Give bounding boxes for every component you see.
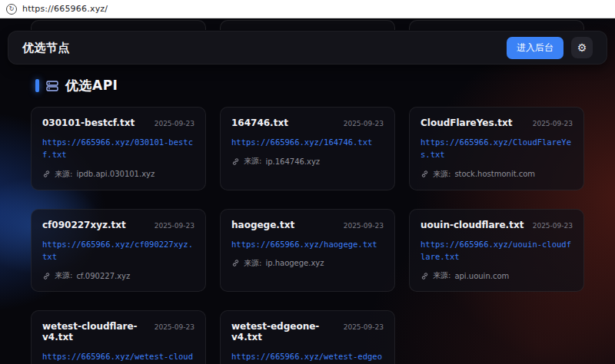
- file-source-row: 来源: cf.090227.xyz: [42, 270, 194, 281]
- file-date: 2025-09-23: [344, 222, 384, 230]
- file-name: wetest-cloudflare-v4.txt: [42, 321, 148, 342]
- api-file-card: wetest-cloudflare-v4.txt 2025-09-23 http…: [31, 310, 206, 364]
- file-url-link[interactable]: https://665966.xyz/cf090227xyz.txt: [42, 238, 194, 263]
- page-background: 优选节点 进入后台 ⚙ 优选API 030101-bestcf.txt 2025…: [0, 18, 615, 364]
- main-content: 优选API 030101-bestcf.txt 2025-09-23 https…: [0, 18, 615, 364]
- server-icon: [45, 79, 59, 93]
- url-text[interactable]: https://665966.xyz/: [22, 4, 108, 14]
- source-label: 来源:: [433, 169, 450, 180]
- link-icon: [231, 259, 240, 267]
- page-title: 优选节点: [22, 41, 70, 55]
- api-file-card: 030101-bestcf.txt 2025-09-23 https://665…: [31, 107, 206, 190]
- api-file-card: 164746.txt 2025-09-23 https://665966.xyz…: [220, 107, 395, 190]
- card-title-row: wetest-edgeone-v4.txt 2025-09-23: [231, 321, 384, 342]
- card-title-row: haogege.txt 2025-09-23: [231, 220, 384, 230]
- file-url-link[interactable]: https://665966.xyz/wetest-cloudflare-v4.…: [42, 350, 194, 364]
- source-value: api.uouin.com: [454, 272, 509, 280]
- api-file-card: uouin-cloudflare.txt 2025-09-23 https://…: [409, 209, 584, 293]
- source-label: 来源:: [433, 270, 450, 281]
- file-name: 164746.txt: [231, 117, 288, 128]
- card-title-row: 164746.txt 2025-09-23: [231, 117, 384, 128]
- api-file-card: cf090227xyz.txt 2025-09-23 https://66596…: [31, 209, 206, 293]
- card-title-row: wetest-cloudflare-v4.txt 2025-09-23: [42, 321, 194, 342]
- file-source-row: 来源: ip.haogege.xyz: [231, 258, 384, 269]
- link-icon: [42, 170, 51, 178]
- link-icon: [231, 157, 240, 166]
- card-title-row: CloudFlareYes.txt 2025-09-23: [421, 117, 573, 128]
- file-date: 2025-09-23: [344, 323, 384, 331]
- api-file-card: haogege.txt 2025-09-23 https://665966.xy…: [220, 209, 395, 293]
- file-date: 2025-09-23: [155, 222, 194, 230]
- file-name: 030101-bestcf.txt: [42, 117, 135, 128]
- section-header: 优选API: [35, 77, 584, 94]
- cards-grid: 030101-bestcf.txt 2025-09-23 https://665…: [31, 107, 584, 364]
- file-name: haogege.txt: [231, 220, 294, 230]
- file-url-link[interactable]: https://665966.xyz/CloudFlareYes.txt: [421, 136, 573, 161]
- card-title-row: cf090227xyz.txt 2025-09-23: [42, 220, 194, 230]
- section-title: 优选API: [65, 77, 118, 94]
- gear-icon: ⚙: [577, 42, 587, 53]
- link-icon: [42, 272, 51, 280]
- file-url-link[interactable]: https://665966.xyz/uouin-cloudflare.txt: [421, 238, 573, 263]
- admin-login-button[interactable]: 进入后台: [507, 37, 563, 59]
- source-label: 来源:: [55, 169, 72, 180]
- source-value: ip.164746.xyz: [265, 157, 320, 166]
- file-url-link[interactable]: https://665966.xyz/haogege.txt: [231, 238, 384, 250]
- link-icon: [421, 170, 429, 178]
- file-date: 2025-09-23: [344, 120, 384, 127]
- sticky-header: 优选节点 进入后台 ⚙: [8, 31, 607, 65]
- file-source-row: 来源: api.uouin.com: [421, 270, 573, 281]
- settings-button[interactable]: ⚙: [571, 37, 593, 58]
- file-name: wetest-edgeone-v4.txt: [231, 321, 337, 342]
- card-title-row: uouin-cloudflare.txt 2025-09-23: [421, 220, 573, 230]
- api-file-card: wetest-edgeone-v4.txt 2025-09-23 https:/…: [220, 310, 395, 364]
- file-url-link[interactable]: https://665966.xyz/wetest-edgeone-v4.txt: [231, 350, 384, 364]
- source-value: cf.090227.xyz: [76, 272, 130, 280]
- card-title-row: 030101-bestcf.txt 2025-09-23: [42, 117, 194, 128]
- link-icon: [421, 272, 429, 280]
- file-source-row: 来源: ipdb.api.030101.xyz: [42, 169, 194, 180]
- source-label: 来源:: [244, 156, 261, 167]
- file-date: 2025-09-23: [155, 323, 194, 331]
- source-value: stock.hostmonit.com: [454, 170, 535, 178]
- source-value: ipdb.api.030101.xyz: [76, 170, 155, 178]
- file-name: uouin-cloudflare.txt: [421, 220, 524, 230]
- file-date: 2025-09-23: [155, 120, 194, 127]
- browser-address-bar[interactable]: ↻ https://665966.xyz/: [0, 0, 615, 18]
- file-date: 2025-09-23: [533, 222, 573, 230]
- accent-bar: [35, 79, 39, 92]
- source-label: 来源:: [244, 258, 261, 269]
- file-name: cf090227xyz.txt: [42, 220, 126, 230]
- source-label: 来源:: [55, 270, 72, 281]
- api-file-card: CloudFlareYes.txt 2025-09-23 https://665…: [409, 107, 584, 190]
- source-value: ip.haogege.xyz: [265, 259, 324, 267]
- file-url-link[interactable]: https://665966.xyz/164746.txt: [231, 136, 384, 148]
- file-date: 2025-09-23: [533, 120, 573, 127]
- file-source-row: 来源: stock.hostmonit.com: [421, 169, 573, 180]
- file-name: CloudFlareYes.txt: [421, 117, 512, 128]
- site-info-icon[interactable]: ↻: [6, 4, 17, 15]
- file-source-row: 来源: ip.164746.xyz: [231, 156, 384, 167]
- file-url-link[interactable]: https://665966.xyz/030101-bestcf.txt: [42, 136, 194, 161]
